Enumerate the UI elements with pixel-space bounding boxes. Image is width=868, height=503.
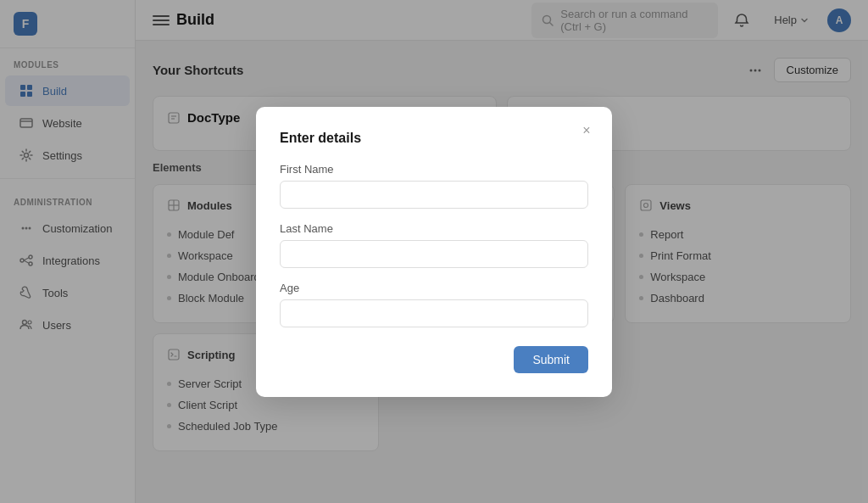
last-name-group: Last Name (280, 222, 588, 268)
first-name-label: First Name (280, 163, 588, 176)
modal-close-button[interactable]: × (576, 120, 597, 141)
modal-overlay: Enter details × First Name Last Name Age… (0, 0, 868, 503)
modal-footer: Submit (280, 346, 588, 373)
last-name-input[interactable] (280, 240, 588, 268)
age-group: Age (280, 282, 588, 327)
last-name-label: Last Name (280, 222, 588, 235)
first-name-group: First Name (280, 163, 588, 209)
submit-button[interactable]: Submit (514, 346, 588, 373)
age-label: Age (280, 282, 588, 294)
age-input[interactable] (280, 299, 588, 327)
close-icon: × (582, 123, 590, 138)
modal-title: Enter details (280, 131, 588, 146)
enter-details-modal: Enter details × First Name Last Name Age… (256, 107, 612, 397)
first-name-input[interactable] (280, 181, 588, 209)
